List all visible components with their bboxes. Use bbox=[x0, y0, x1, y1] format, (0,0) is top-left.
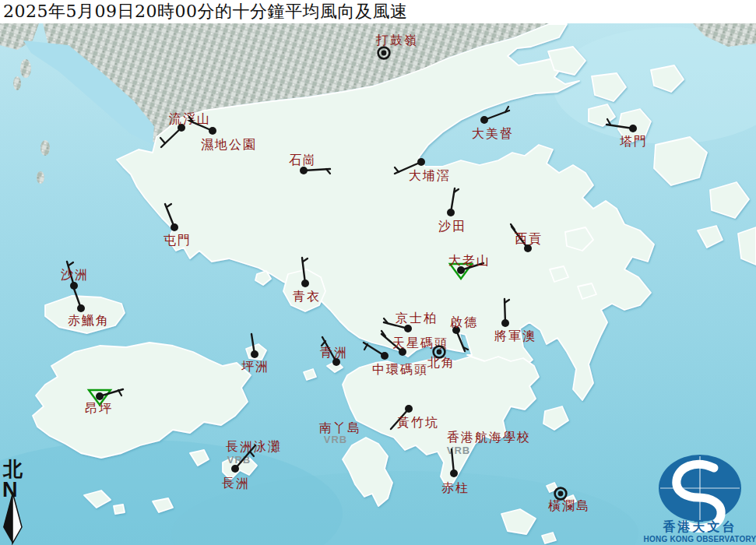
station-label: 香港航海學校 bbox=[447, 430, 531, 445]
station-label: 橫瀾島 bbox=[548, 498, 590, 513]
station-dot bbox=[77, 304, 85, 312]
station-dot bbox=[629, 125, 637, 132]
station-label: 大美督 bbox=[472, 126, 514, 141]
station-label: 大埔滘 bbox=[409, 168, 451, 183]
station-label: 啟德 bbox=[450, 315, 478, 329]
station-label: 北角 bbox=[427, 355, 455, 370]
station-dot bbox=[209, 127, 216, 135]
station-label: 京士柏 bbox=[396, 311, 438, 325]
station-label: 屯門 bbox=[164, 233, 192, 248]
calm-dot-icon bbox=[382, 51, 387, 56]
station-label: 將軍澳 bbox=[494, 329, 536, 343]
calm-dot-icon bbox=[558, 491, 564, 497]
station-label: 坪洲 bbox=[241, 359, 269, 374]
station-label: 赤柱 bbox=[441, 480, 469, 495]
station-dot bbox=[381, 352, 389, 360]
compass-hanzi-label: 北 bbox=[2, 458, 23, 480]
station-label: 中環碼頭 bbox=[372, 362, 428, 377]
station-label: 長洲 bbox=[222, 476, 250, 490]
title-bar: 2025年5月09日20時00分的十分鐘平均風向及風速 bbox=[0, 0, 756, 23]
station-dot bbox=[450, 469, 458, 477]
station-label: 西貢 bbox=[515, 231, 543, 246]
station-dot bbox=[251, 350, 258, 358]
station-dot bbox=[404, 325, 412, 332]
station-label: 打鼓嶺 bbox=[375, 33, 418, 47]
hko-name-en: HONG KONG OBSERVATORY bbox=[644, 535, 756, 543]
station-label: 赤鱲角 bbox=[68, 313, 110, 328]
station-label: 沙田 bbox=[438, 219, 466, 234]
station-label: 青衣 bbox=[293, 289, 321, 304]
page-title: 2025年5月09日20時00分的十分鐘平均風向及風速 bbox=[0, 0, 407, 23]
calm-dot-icon bbox=[437, 350, 442, 355]
station-dot bbox=[301, 280, 309, 287]
station-dot bbox=[300, 167, 308, 174]
station-dot bbox=[447, 209, 455, 216]
station-label: 沙洲 bbox=[61, 267, 89, 282]
hko-name-zh: 香港天文台 bbox=[663, 519, 737, 534]
hong-kong-wind-map: 打鼓嶺流浮山濕地公園石崗大美督塔門大埔滘沙田西貢大老山沙洲赤鱲角屯門青衣坪洲青洲… bbox=[0, 0, 756, 545]
wind-map-screenshot: 打鼓嶺流浮山濕地公園石崗大美督塔門大埔滘沙田西貢大老山沙洲赤鱲角屯門青衣坪洲青洲… bbox=[0, 0, 756, 545]
station-dot bbox=[480, 116, 488, 124]
station-label: 濕地公園 bbox=[201, 137, 257, 152]
station-label: 天星碼頭 bbox=[392, 336, 448, 350]
compass-n-label: N bbox=[2, 478, 18, 501]
vrb-label: VRB bbox=[447, 445, 470, 456]
station-dot bbox=[231, 465, 239, 473]
station-label: 大老山 bbox=[448, 253, 491, 268]
station-dot bbox=[501, 319, 509, 327]
station-label: 石崗 bbox=[289, 153, 317, 167]
station-label: 青洲 bbox=[320, 345, 348, 360]
station-dot bbox=[96, 392, 104, 400]
station-dot bbox=[171, 223, 178, 231]
station-dot bbox=[417, 158, 425, 166]
station-label: 塔門 bbox=[620, 134, 648, 149]
station-label: 昂坪 bbox=[85, 401, 113, 416]
station-dot bbox=[405, 405, 413, 413]
vrb-label: VRB bbox=[324, 434, 347, 445]
station-label: 黃竹坑 bbox=[397, 415, 439, 430]
